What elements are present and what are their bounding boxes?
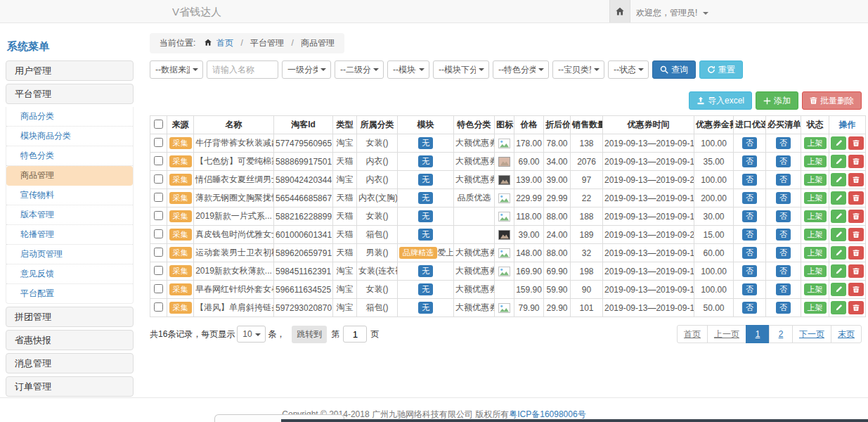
sidebar-group-3[interactable]: 拼团管理 — [6, 307, 134, 327]
module-badge[interactable]: 无 — [418, 174, 433, 186]
page-size-select[interactable]: 10 — [237, 326, 266, 343]
edit-button[interactable] — [831, 246, 846, 260]
status-badge[interactable]: 上架 — [804, 174, 827, 186]
module-badge[interactable]: 无 — [418, 302, 433, 314]
pager-button-1[interactable]: 1 — [746, 325, 770, 343]
select-all-checkbox[interactable] — [154, 120, 163, 129]
sidebar-item[interactable]: 商品分类 — [6, 107, 133, 127]
row-checkbox[interactable] — [154, 193, 163, 202]
sidebar-item[interactable]: 平台配置 — [6, 284, 133, 303]
edit-button[interactable] — [831, 173, 846, 186]
edit-button[interactable] — [831, 191, 846, 205]
pager-button-上一页[interactable]: 上一页 — [707, 325, 746, 343]
import-select-toggle[interactable]: 否 — [742, 229, 757, 241]
status-badge[interactable]: 上架 — [804, 192, 827, 204]
edit-button[interactable] — [831, 210, 846, 223]
edit-button[interactable] — [831, 136, 846, 150]
row-checkbox[interactable] — [154, 284, 163, 293]
item-type-select[interactable]: --宝贝类型-- — [552, 60, 604, 79]
sidebar-group-6[interactable]: 订单管理 — [6, 376, 134, 397]
row-checkbox[interactable] — [154, 229, 163, 238]
reset-button[interactable]: 重置 — [699, 60, 743, 79]
home-button[interactable] — [609, 0, 630, 23]
row-checkbox[interactable] — [154, 266, 163, 275]
pager-button-末页[interactable]: 末页 — [831, 325, 862, 343]
module-badge[interactable]: 无 — [418, 155, 433, 167]
import-select-toggle[interactable]: 否 — [742, 302, 757, 314]
must-buy-toggle[interactable]: 否 — [776, 283, 791, 295]
status-badge[interactable]: 上架 — [804, 283, 827, 295]
module-badge[interactable]: 无 — [418, 210, 433, 222]
sidebar-item[interactable]: 意见反馈 — [6, 264, 133, 284]
import-select-toggle[interactable]: 否 — [742, 210, 757, 222]
status-badge[interactable]: 上架 — [804, 229, 827, 241]
status-badge[interactable]: 上架 — [804, 155, 827, 167]
status-badge[interactable]: 上架 — [804, 210, 827, 222]
name-search-input[interactable] — [207, 60, 278, 79]
row-checkbox[interactable] — [154, 248, 163, 257]
import-select-toggle[interactable]: 否 — [742, 174, 757, 186]
search-button[interactable]: 查询 — [652, 60, 696, 79]
must-buy-toggle[interactable]: 否 — [776, 229, 791, 241]
module-badge[interactable]: 无 — [418, 192, 433, 204]
module-badge[interactable]: 无 — [418, 229, 433, 241]
pager-button-下一页[interactable]: 下一页 — [792, 325, 831, 343]
sidebar-group-2[interactable]: 平台管理 — [6, 84, 134, 104]
must-buy-toggle[interactable]: 否 — [776, 302, 791, 314]
row-checkbox[interactable] — [154, 174, 163, 184]
jump-page-input[interactable] — [343, 326, 367, 343]
import-select-toggle[interactable]: 否 — [742, 265, 757, 277]
pager-button-首页[interactable]: 首页 — [677, 325, 708, 343]
jump-button[interactable]: 跳转到 — [292, 326, 327, 343]
level2-category-select[interactable]: --二级分类-- — [335, 60, 384, 79]
import-select-toggle[interactable]: 否 — [742, 155, 757, 167]
must-buy-toggle[interactable]: 否 — [776, 137, 791, 149]
sidebar-group-4[interactable]: 省惠快报 — [6, 330, 134, 350]
delete-button[interactable] — [848, 173, 864, 186]
sidebar-item[interactable]: 模块商品分类 — [6, 127, 133, 146]
add-button[interactable]: 添加 — [756, 91, 798, 110]
sidebar-item[interactable]: 启动页管理 — [6, 245, 133, 264]
import-select-toggle[interactable]: 否 — [742, 247, 757, 259]
edit-button[interactable] — [831, 228, 846, 241]
sidebar-item[interactable]: 版本管理 — [6, 205, 133, 225]
module-badge[interactable]: 无 — [418, 265, 433, 277]
delete-button[interactable] — [848, 283, 864, 296]
row-checkbox[interactable] — [154, 138, 163, 147]
module-badge[interactable]: 无 — [418, 283, 433, 295]
delete-button[interactable] — [848, 228, 864, 241]
feature-category-select[interactable]: --特色分类-- — [493, 60, 549, 79]
module-subcategory-select[interactable]: --模块下分类-- — [433, 60, 489, 79]
edit-button[interactable] — [831, 264, 846, 278]
module-select[interactable]: --模块-- — [387, 60, 429, 79]
row-checkbox[interactable] — [154, 156, 163, 165]
sidebar-item[interactable]: 宣传物料 — [6, 186, 133, 205]
must-buy-toggle[interactable]: 否 — [776, 192, 791, 204]
data-source-select[interactable]: --数据来源-- — [150, 60, 203, 79]
edit-button[interactable] — [831, 155, 846, 168]
sidebar-item[interactable]: 特色分类 — [6, 146, 133, 166]
import-select-toggle[interactable]: 否 — [742, 283, 757, 295]
sidebar-group-5[interactable]: 消息管理 — [6, 353, 134, 373]
sidebar-item[interactable]: 商品管理 — [6, 166, 133, 186]
import-excel-button[interactable]: 导入excel — [689, 91, 752, 110]
module-badge[interactable]: 无 — [418, 137, 433, 149]
breadcrumb-home-link[interactable]: 首页 — [216, 38, 233, 48]
row-checkbox[interactable] — [154, 211, 163, 220]
user-menu[interactable]: 欢迎您，管理员! — [636, 7, 708, 19]
delete-button[interactable] — [848, 210, 864, 223]
icp-link[interactable]: 粤ICP备16098006号 — [509, 409, 585, 419]
status-badge[interactable]: 上架 — [804, 247, 827, 259]
batch-delete-button[interactable]: 批量删除 — [802, 91, 862, 110]
delete-button[interactable] — [848, 246, 864, 260]
status-badge[interactable]: 上架 — [804, 137, 827, 149]
must-buy-toggle[interactable]: 否 — [776, 155, 791, 167]
delete-button[interactable] — [848, 301, 864, 314]
status-badge[interactable]: 上架 — [804, 302, 827, 314]
must-buy-toggle[interactable]: 否 — [776, 247, 791, 259]
edit-button[interactable] — [831, 301, 846, 314]
import-select-toggle[interactable]: 否 — [742, 137, 757, 149]
must-buy-toggle[interactable]: 否 — [776, 210, 791, 222]
level1-category-select[interactable]: 一级分类 — [282, 60, 331, 79]
delete-button[interactable] — [848, 136, 864, 150]
